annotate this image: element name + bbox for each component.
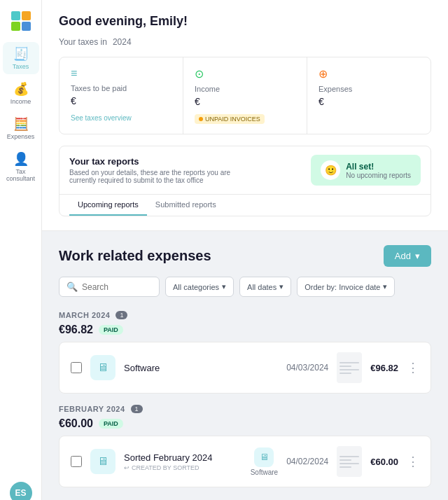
sidebar-item-consultant[interactable]: 👤 Tax consultant <box>3 147 39 186</box>
tax-card-taxes: ≡ Taxes to be paid € See taxes overview <box>59 57 183 134</box>
expense-2-checkbox[interactable] <box>71 456 82 467</box>
expense-2-cat-icon: 🖥 <box>254 447 274 467</box>
expense-2-amount: €60.00 <box>370 457 398 467</box>
receipt-line <box>340 463 359 464</box>
tab-upcoming[interactable]: Upcoming reports <box>69 195 147 216</box>
expenses-card-title: Expenses <box>318 85 419 93</box>
dashboard-panel: Good evening, Emily! Your taxes in 2024 … <box>42 0 448 231</box>
unpaid-dot <box>199 117 203 121</box>
order-label: Order by: Invoice date <box>304 283 380 291</box>
order-chevron-icon: ▾ <box>383 282 387 291</box>
search-icon: 🔍 <box>66 282 78 292</box>
sidebar-item-taxes[interactable]: 🧾 Taxes <box>3 42 39 74</box>
sidebar-label-consultant: Tax consultant <box>6 168 36 182</box>
taxes-card-title: Taxes to be paid <box>71 84 172 92</box>
expense-2-cat-label: Software <box>251 468 278 476</box>
taxes-icon: 🧾 <box>13 46 29 62</box>
march-total: €96.82 PAID <box>59 324 431 336</box>
sidebar-item-expenses[interactable]: 🧮 Expenses <box>3 112 39 144</box>
taxes-card-icon: ≡ <box>71 67 172 80</box>
income-card-value: € <box>195 96 295 107</box>
sidebar: 🧾 Taxes 💰 Income 🧮 Expenses 👤 Tax consul… <box>0 0 42 500</box>
tax-cards: ≡ Taxes to be paid € See taxes overview … <box>59 57 431 134</box>
expense-1-receipt <box>337 352 362 383</box>
receipt-line <box>340 373 351 374</box>
dates-filter[interactable]: All dates ▾ <box>239 277 291 297</box>
receipt-line <box>340 366 351 367</box>
add-chevron-icon: ▾ <box>415 251 420 261</box>
all-set-icon: 🙂 <box>321 160 340 180</box>
expense-item-2: 🖥 Sorted February 2024 ↩ CREATED BY SORT… <box>59 436 431 487</box>
february-total: €60.00 PAID <box>59 417 431 430</box>
tax-reports-section: Your tax reports Based on your details, … <box>59 146 431 216</box>
search-input[interactable] <box>82 282 152 292</box>
february-group-title: FEBRUARY 2024 <box>59 405 125 413</box>
receipt-line <box>340 459 351 461</box>
march-group-count: 1 <box>115 311 127 319</box>
filters-row: 🔍 All categories ▾ All dates ▾ Order by:… <box>59 277 431 297</box>
expense-1-menu[interactable]: ⋮ <box>407 360 419 375</box>
expense-2-menu[interactable]: ⋮ <box>407 454 419 469</box>
taxes-overview-link[interactable]: See taxes overview <box>71 114 132 122</box>
categories-filter[interactable]: All categories ▾ <box>165 277 234 297</box>
tax-year-label: Your taxes in <box>59 37 107 47</box>
taxes-card-value: € <box>71 95 172 106</box>
tab-submitted[interactable]: Submitted reports <box>147 195 225 216</box>
receipt-line <box>340 456 359 457</box>
user-avatar[interactable]: ES <box>10 482 32 500</box>
expense-2-name: Sorted February 2024 <box>124 452 242 463</box>
expenses-section: Work related expenses Add ▾ 🔍 All catego… <box>42 231 448 500</box>
tax-card-expenses: ⊕ Expenses € <box>307 57 430 134</box>
february-paid-badge: PAID <box>99 419 123 429</box>
main-content: Good evening, Emily! Your taxes in 2024 … <box>42 0 448 500</box>
all-set-sub: No upcoming reports <box>346 172 411 179</box>
tax-reports-tabs: Upcoming reports Submitted reports <box>59 194 430 216</box>
expenses-card-value: € <box>318 96 419 107</box>
expense-1-date: 04/03/2024 <box>286 363 328 373</box>
app-logo <box>8 8 34 34</box>
march-paid-badge: PAID <box>99 325 123 335</box>
expenses-title: Work related expenses <box>59 248 211 264</box>
expense-2-receipt <box>337 446 362 477</box>
expense-2-info: Sorted February 2024 ↩ CREATED BY SORTED <box>124 452 242 471</box>
categories-chevron-icon: ▾ <box>222 282 226 291</box>
expense-1-amount: €96.82 <box>370 363 398 373</box>
tax-year-row: Your taxes in 2024 <box>59 37 431 47</box>
income-card-title: Income <box>195 85 295 93</box>
logo-cell-green <box>11 22 20 31</box>
logo-cell-blue <box>22 22 31 31</box>
income-icon: 💰 <box>13 81 29 97</box>
dates-chevron-icon: ▾ <box>279 282 284 291</box>
sidebar-item-income[interactable]: 💰 Income <box>3 77 39 109</box>
all-set-text: All set! <box>346 162 411 172</box>
logo-cell-orange <box>22 11 31 20</box>
tax-card-income: ⊙ Income € UNPAID INVOICES <box>183 57 307 134</box>
expense-1-info: Software <box>124 363 278 373</box>
tax-reports-desc: Based on your details, these are the rep… <box>69 169 251 184</box>
search-box[interactable]: 🔍 <box>59 277 160 297</box>
all-set-badge: 🙂 All set! No upcoming reports <box>311 155 421 186</box>
expenses-icon: 🧮 <box>13 116 29 132</box>
expense-item-1: 🖥 Software 04/03/2024 €96.82 ⋮ <box>59 342 431 394</box>
receipt-line <box>340 369 359 370</box>
greeting: Good evening, Emily! <box>59 14 431 29</box>
march-group-title: MARCH 2024 <box>59 311 110 319</box>
add-button-label: Add <box>395 251 411 261</box>
expense-2-icon: 🖥 <box>90 449 115 474</box>
unpaid-label: UNPAID INVOICES <box>205 116 260 123</box>
expense-group-february: FEBRUARY 2024 1 €60.00 PAID 🖥 Sorted Feb… <box>59 405 431 487</box>
february-total-value: €60.00 <box>59 417 93 430</box>
logo-cell-teal <box>11 11 20 20</box>
order-filter[interactable]: Order by: Invoice date ▾ <box>297 277 395 297</box>
consultant-icon: 👤 <box>13 151 29 167</box>
sidebar-label-expenses: Expenses <box>7 133 35 140</box>
unpaid-invoices-badge[interactable]: UNPAID INVOICES <box>195 114 265 124</box>
expense-group-march: MARCH 2024 1 €96.82 PAID 🖥 Software 04/0… <box>59 311 431 394</box>
expense-1-checkbox[interactable] <box>71 362 82 373</box>
expenses-card-icon: ⊕ <box>318 67 419 81</box>
categories-label: All categories <box>173 283 219 291</box>
expense-2-date: 04/02/2024 <box>286 457 328 466</box>
expense-2-sub: CREATED BY SORTED <box>132 464 200 471</box>
dates-label: All dates <box>247 283 276 291</box>
add-button[interactable]: Add ▾ <box>384 245 431 267</box>
